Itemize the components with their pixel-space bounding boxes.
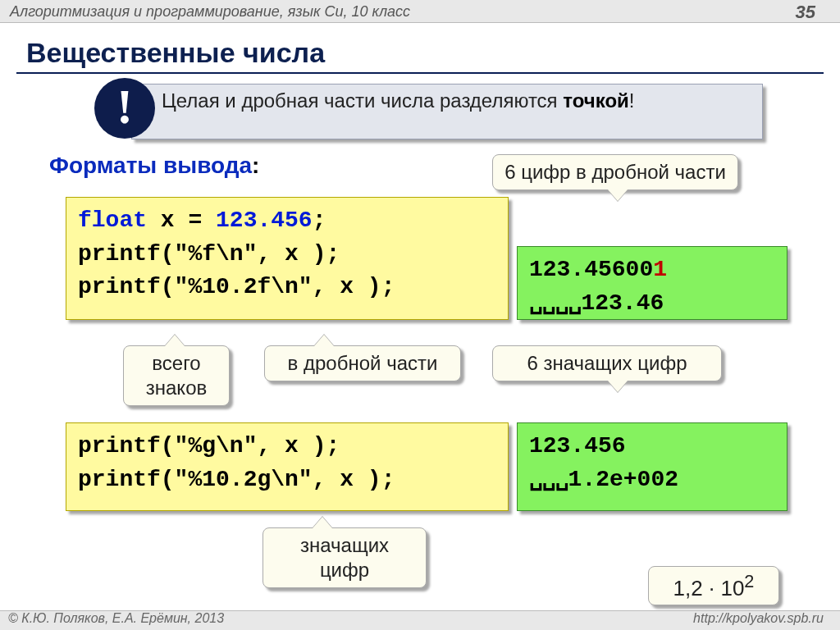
code-block-1: float x = 123.456; printf("%f\n", x ); p…	[66, 197, 509, 320]
bubble-6-significant: 6 значащих цифр	[492, 345, 722, 381]
note-post: !	[629, 89, 635, 112]
code-block-2: printf("%g\n", x ); printf("%10.2g\n", x…	[66, 422, 509, 511]
out2-val: 1.2e+002	[568, 467, 678, 492]
note-pre: Целая и дробная части числа разделяются	[162, 89, 563, 112]
bubble-6-significant-text: 6 значащих цифр	[527, 352, 687, 374]
out2-pad: ␣␣␣	[529, 467, 568, 492]
subheading-text: Форматы вывода	[49, 153, 252, 178]
exclamation-icon: !	[94, 78, 155, 139]
exp-base: 1,2 · 10	[673, 576, 745, 600]
bubble-total-chars-text: всего знаков	[146, 352, 207, 399]
code1-line2: printf("%f\n", x );	[78, 238, 496, 272]
code1-var: x =	[147, 208, 216, 233]
bubble-tail	[608, 381, 628, 392]
out1-l1b: 1	[653, 257, 667, 282]
code2-line2: printf("%10.2g\n", x );	[78, 463, 496, 497]
bubble-6-digits-fraction: 6 цифр в дробной части	[492, 154, 738, 190]
code1-semi: ;	[313, 208, 326, 233]
page-title: Вещественные числа	[26, 37, 325, 69]
bubble-6-digits-fraction-text: 6 цифр в дробной части	[504, 161, 726, 183]
bubble-exp-notation: 1,2 · 102	[648, 566, 779, 605]
subheading-colon: :	[252, 153, 259, 178]
code2-line1: printf("%g\n", x );	[78, 430, 496, 463]
out1-line2: ␣␣␣␣123.46	[529, 287, 775, 321]
code1-line1: float x = 123.456;	[78, 204, 496, 238]
bubble-fraction-part-text: в дробной части	[288, 352, 438, 374]
footer-left: © К.Ю. Поляков, Е.А. Ерёмин, 2013	[8, 611, 224, 626]
subheading: Форматы вывода:	[49, 153, 259, 179]
title-underline	[16, 72, 824, 74]
out1-l1a: 123.45600	[529, 257, 653, 282]
out1-line1: 123.456001	[529, 253, 775, 287]
out1-val: 123.46	[581, 290, 664, 316]
page-number: 35	[796, 2, 815, 23]
bubble-total-chars: всего знаков	[123, 345, 230, 406]
note-callout: Целая и дробная части числа разделяются …	[131, 84, 763, 139]
slide-header: Алгоритмизация и программирование, язык …	[0, 0, 840, 23]
keyword-float: float	[78, 208, 147, 233]
exp-sup: 2	[744, 571, 754, 591]
output-block-1: 123.456001 ␣␣␣␣123.46	[517, 246, 788, 320]
slide-footer: © К.Ю. Поляков, Е.А. Ерёмин, 2013 http:/…	[0, 610, 840, 630]
out2-line1: 123.456	[529, 430, 775, 463]
bubble-tail	[608, 189, 628, 201]
code1-num: 123.456	[216, 208, 313, 233]
bubble-significant-digits: значащих цифр	[262, 527, 427, 588]
out1-pad: ␣␣␣␣	[529, 290, 581, 316]
bubble-tail	[313, 517, 332, 528]
bubble-significant-digits-text: значащих цифр	[300, 534, 389, 581]
bubble-fraction-part: в дробной части	[264, 345, 461, 381]
out2-line2: ␣␣␣1.2e+002	[529, 463, 775, 497]
note-bold: точкой	[563, 89, 629, 112]
bubble-tail	[165, 335, 185, 346]
bubble-tail	[314, 335, 334, 346]
output-block-2: 123.456 ␣␣␣1.2e+002	[517, 422, 788, 511]
code1-line3: printf("%10.2f\n", x );	[78, 271, 496, 304]
footer-right: http://kpolyakov.spb.ru	[693, 611, 824, 626]
